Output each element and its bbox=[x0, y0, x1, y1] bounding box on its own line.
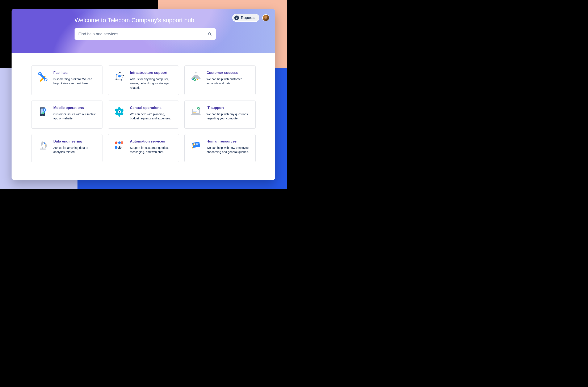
avatar[interactable] bbox=[262, 14, 270, 21]
svg-rect-29 bbox=[191, 114, 201, 115]
svg-line-1 bbox=[210, 35, 211, 36]
category-desc: Customer issues with our mobile app or w… bbox=[53, 112, 96, 121]
idcard-icon bbox=[190, 139, 202, 151]
svg-point-10 bbox=[121, 79, 122, 81]
hero: 2 Requests Welcome to Telecom Company's … bbox=[12, 9, 275, 53]
category-desc: We can help with customer accounts and d… bbox=[207, 77, 250, 86]
requests-count-badge: 2 bbox=[234, 16, 239, 20]
category-card-facilites[interactable]: Facilites Is something broken? We can he… bbox=[31, 65, 103, 95]
category-card-hr[interactable]: Human resources We can help with new emp… bbox=[184, 134, 255, 162]
svg-point-17 bbox=[197, 79, 198, 80]
svg-point-12 bbox=[118, 75, 121, 78]
svg-point-26 bbox=[119, 111, 120, 112]
category-title: Infrastructure support bbox=[130, 71, 173, 75]
svg-point-15 bbox=[193, 78, 196, 81]
svg-marker-42 bbox=[120, 146, 122, 148]
category-desc: Is something broken? We can help. Raise … bbox=[53, 77, 96, 86]
svg-rect-35 bbox=[42, 147, 43, 149]
search-box[interactable] bbox=[75, 28, 216, 40]
network-icon bbox=[114, 71, 125, 82]
svg-point-4 bbox=[39, 73, 41, 74]
microscope-icon bbox=[37, 139, 49, 151]
category-title: Central operations bbox=[130, 106, 173, 110]
category-card-data-engineering[interactable]: Data engineering Ask us for anything dat… bbox=[31, 134, 103, 162]
category-title: Data engineering bbox=[53, 139, 96, 143]
svg-point-14 bbox=[195, 72, 197, 73]
svg-rect-46 bbox=[115, 146, 117, 149]
category-desc: We can help with new employee onboarding… bbox=[207, 146, 250, 154]
svg-point-43 bbox=[115, 142, 117, 144]
category-title: IT support bbox=[207, 106, 250, 110]
category-card-infrastructure[interactable]: Infrastructure support Ask us for anythi… bbox=[108, 65, 179, 95]
category-title: Human resources bbox=[207, 139, 250, 143]
svg-point-9 bbox=[123, 75, 124, 76]
svg-rect-32 bbox=[193, 112, 196, 112]
svg-point-23 bbox=[44, 109, 45, 111]
category-title: Facilites bbox=[53, 71, 96, 75]
svg-point-37 bbox=[44, 143, 45, 144]
category-grid: Facilites Is something broken? We can he… bbox=[31, 65, 255, 162]
svg-point-7 bbox=[116, 74, 117, 75]
svg-rect-30 bbox=[193, 110, 195, 110]
category-desc: Ask us for anything data or analytics re… bbox=[53, 146, 96, 154]
gear-icon bbox=[114, 106, 125, 118]
category-title: Mobile operations bbox=[53, 106, 96, 110]
category-card-central-ops[interactable]: Central operations We can help with plan… bbox=[108, 101, 179, 129]
app-frame: 2 Requests Welcome to Telecom Company's … bbox=[12, 9, 275, 180]
category-card-mobile[interactable]: Mobile operations Customer issues with o… bbox=[31, 101, 103, 129]
category-title: Customer success bbox=[207, 71, 250, 75]
svg-point-44 bbox=[118, 142, 121, 144]
category-title: Automation services bbox=[130, 139, 173, 143]
category-card-automation[interactable]: Automation services Support for customer… bbox=[108, 134, 179, 162]
svg-rect-31 bbox=[193, 111, 197, 111]
search-input[interactable] bbox=[78, 32, 208, 36]
category-card-it-support[interactable]: IT support We can help with any question… bbox=[184, 101, 255, 129]
svg-point-8 bbox=[119, 72, 121, 73]
requests-label: Requests bbox=[241, 16, 255, 20]
svg-point-0 bbox=[208, 33, 211, 35]
category-desc: Ask us for anything computer, server, ne… bbox=[130, 77, 173, 90]
svg-point-16 bbox=[192, 79, 193, 80]
category-desc: We can help with any questions regarding… bbox=[207, 112, 250, 121]
category-desc: Support for customer queries, messaging,… bbox=[130, 146, 173, 154]
svg-point-21 bbox=[42, 115, 43, 115]
requests-button[interactable]: 2 Requests bbox=[232, 14, 259, 22]
mobile-icon bbox=[37, 106, 49, 118]
search-icon bbox=[208, 32, 212, 36]
svg-point-11 bbox=[116, 79, 117, 80]
category-desc: We can help with planning, budget reques… bbox=[130, 112, 173, 121]
cloche-icon bbox=[190, 71, 202, 82]
content-area: Facilites Is something broken? We can he… bbox=[12, 53, 275, 180]
category-card-customer-success[interactable]: Customer success We can help with custom… bbox=[184, 65, 255, 95]
tools-icon bbox=[37, 71, 49, 82]
flow-icon bbox=[114, 139, 125, 151]
laptop-icon bbox=[190, 106, 202, 118]
header-actions: 2 Requests bbox=[232, 14, 270, 22]
svg-point-38 bbox=[45, 145, 46, 146]
svg-marker-53 bbox=[192, 147, 193, 149]
svg-rect-45 bbox=[121, 142, 123, 144]
